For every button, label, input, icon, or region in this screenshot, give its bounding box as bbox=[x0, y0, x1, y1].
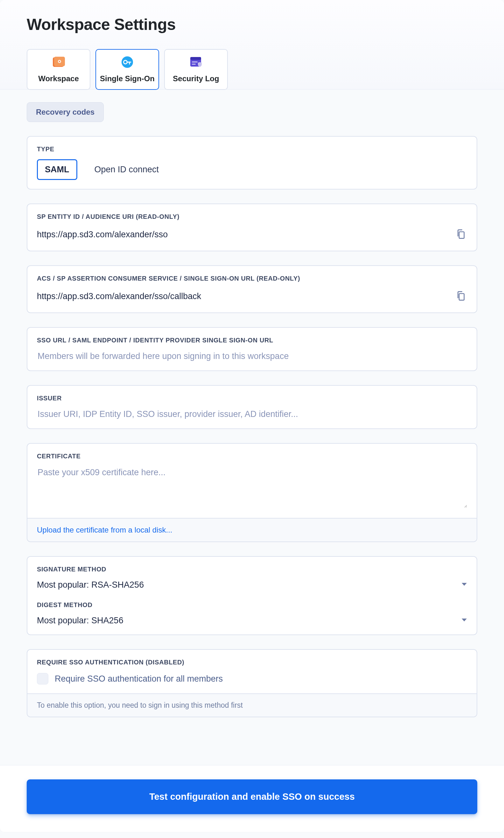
type-label: TYPE bbox=[37, 146, 54, 153]
acs-value: https://app.sd3.com/alexander/sso/callba… bbox=[37, 291, 201, 301]
tab-security-log[interactable]: Security Log bbox=[164, 49, 228, 90]
workspace-icon bbox=[52, 56, 65, 68]
svg-rect-10 bbox=[192, 62, 198, 63]
upload-certificate-link[interactable]: Upload the certificate from a local disk… bbox=[37, 526, 173, 534]
require-sso-card: REQUIRE SSO AUTHENTICATION (DISABLED) Re… bbox=[27, 649, 477, 717]
require-sso-checkbox[interactable] bbox=[37, 673, 48, 684]
svg-rect-13 bbox=[459, 294, 464, 301]
digest-method-select[interactable]: Most popular: SHA256 bbox=[37, 616, 467, 626]
digest-method-value: Most popular: SHA256 bbox=[37, 616, 124, 626]
issuer-label: ISSUER bbox=[37, 395, 467, 402]
sp-entity-label: SP ENTITY ID / AUDIENCE URI (READ-ONLY) bbox=[37, 213, 467, 220]
test-and-enable-button[interactable]: Test configuration and enable SSO on suc… bbox=[27, 780, 477, 814]
sp-entity-card: SP ENTITY ID / AUDIENCE URI (READ-ONLY) … bbox=[27, 204, 477, 251]
copy-icon bbox=[456, 297, 466, 302]
require-sso-label: REQUIRE SSO AUTHENTICATION (DISABLED) bbox=[37, 659, 467, 666]
copy-icon bbox=[456, 236, 466, 240]
sso-url-label: SSO URL / SAML ENDPOINT / IDENTITY PROVI… bbox=[37, 337, 467, 344]
type-card: TYPE SAML Open ID connect bbox=[27, 136, 477, 189]
svg-rect-9 bbox=[190, 57, 201, 60]
key-icon bbox=[121, 56, 133, 68]
sso-url-input[interactable] bbox=[37, 351, 467, 361]
security-log-icon bbox=[190, 56, 202, 68]
recovery-codes-button[interactable]: Recovery codes bbox=[27, 102, 104, 122]
svg-rect-12 bbox=[459, 232, 464, 239]
methods-card: SIGNATURE METHOD Most popular: RSA-SHA25… bbox=[27, 556, 477, 635]
page-title: Workspace Settings bbox=[27, 15, 477, 34]
tab-security-log-label: Security Log bbox=[173, 74, 219, 83]
tab-single-sign-on[interactable]: Single Sign-On bbox=[95, 49, 159, 90]
tab-sso-label: Single Sign-On bbox=[100, 74, 155, 83]
issuer-card: ISSUER bbox=[27, 385, 477, 429]
signature-method-select[interactable]: Most popular: RSA-SHA256 bbox=[37, 580, 467, 590]
action-bar: Test configuration and enable SSO on suc… bbox=[0, 765, 504, 832]
require-sso-checkbox-label: Require SSO authentication for all membe… bbox=[55, 674, 223, 684]
signature-method-value: Most popular: RSA-SHA256 bbox=[37, 580, 144, 590]
certificate-textarea[interactable] bbox=[37, 467, 467, 508]
copy-sp-entity-button[interactable] bbox=[455, 227, 467, 242]
acs-label: ACS / SP ASSERTION CONSUMER SERVICE / SI… bbox=[37, 275, 467, 282]
issuer-input[interactable] bbox=[37, 409, 467, 420]
tab-row: Workspace Single Sign-On Security Log bbox=[27, 49, 477, 89]
svg-point-3 bbox=[59, 61, 60, 62]
certificate-label: CERTIFICATE bbox=[37, 452, 467, 460]
acs-card: ACS / SP ASSERTION CONSUMER SERVICE / SI… bbox=[27, 265, 477, 313]
sp-entity-value: https://app.sd3.com/alexander/sso bbox=[37, 230, 168, 240]
certificate-card: CERTIFICATE Upload the certificate from … bbox=[27, 443, 477, 542]
tab-workspace[interactable]: Workspace bbox=[27, 49, 90, 90]
type-option-saml[interactable]: SAML bbox=[37, 159, 77, 180]
signature-method-label: SIGNATURE METHOD bbox=[37, 566, 467, 573]
chevron-down-icon bbox=[461, 618, 467, 623]
chevron-down-icon bbox=[461, 582, 467, 588]
tab-workspace-label: Workspace bbox=[38, 74, 79, 83]
sso-url-card: SSO URL / SAML ENDPOINT / IDENTITY PROVI… bbox=[27, 327, 477, 371]
copy-acs-button[interactable] bbox=[455, 289, 467, 304]
svg-rect-11 bbox=[192, 64, 196, 65]
require-sso-hint: To enable this option, you need to sign … bbox=[37, 701, 243, 709]
digest-method-label: DIGEST METHOD bbox=[37, 601, 467, 609]
type-option-openid[interactable]: Open ID connect bbox=[88, 160, 166, 179]
